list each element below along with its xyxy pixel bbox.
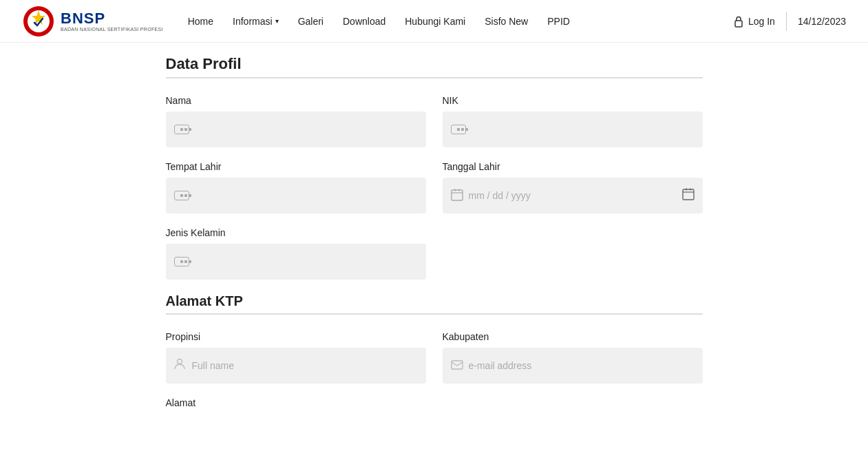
login-button[interactable]: Log In <box>733 15 775 28</box>
nav-right: Log In 14/12/2023 <box>733 12 846 31</box>
chevron-down-icon: ▾ <box>275 17 279 25</box>
svg-point-10 <box>177 359 182 364</box>
propinsi-input[interactable] <box>166 348 426 384</box>
keyboard-icon-nik <box>451 125 466 134</box>
nav-download[interactable]: Download <box>343 16 385 27</box>
nav-ppid[interactable]: PPID <box>547 16 570 27</box>
form-group-nik: NIK <box>443 95 703 147</box>
nama-input[interactable] <box>166 112 426 147</box>
nav-galeri[interactable]: Galeri <box>298 16 324 27</box>
email-icon <box>451 360 463 372</box>
form-row-propinsi-kabupaten: Propinsi Kabupaten <box>166 331 703 384</box>
keyboard-icon-jenis <box>174 257 189 266</box>
tempat-lahir-input-wrapper <box>166 178 426 213</box>
logo-icon <box>22 5 55 38</box>
tanggal-lahir-input[interactable] <box>443 178 703 213</box>
nav-logo[interactable]: BNSP BADAN NASIONAL SERTIFIKASI PROFESI <box>22 5 163 38</box>
form-group-alamat: Alamat <box>166 397 703 414</box>
svg-rect-3 <box>735 21 742 27</box>
keyboard-icon-nama <box>174 125 189 134</box>
jenis-kelamin-input[interactable] <box>166 244 426 280</box>
nav-divider <box>786 12 787 31</box>
keyboard-icon-tempat <box>174 191 189 200</box>
navbar: BNSP BADAN NASIONAL SERTIFIKASI PROFESI … <box>0 0 868 43</box>
nav-home[interactable]: Home <box>188 16 213 27</box>
tempat-lahir-label: Tempat Lahir <box>166 161 426 172</box>
tempat-lahir-input[interactable] <box>166 178 426 213</box>
nav-hubungi[interactable]: Hubungi Kami <box>405 16 465 27</box>
nik-label: NIK <box>443 95 703 106</box>
form-group-jenis-kelamin: Jenis Kelamin <box>166 227 426 280</box>
svg-rect-6 <box>458 189 460 191</box>
nav-links: Home Informasi ▾ Galeri Download Hubungi… <box>188 16 733 27</box>
propinsi-label: Propinsi <box>166 331 426 342</box>
nav-date: 14/12/2023 <box>798 16 846 27</box>
section-title-alamat-ktp: Alamat KTP <box>166 293 703 309</box>
form-group-tanggal-lahir: Tanggal Lahir <box>443 161 703 213</box>
form-group-kabupaten: Kabupaten <box>443 331 703 384</box>
section-divider-profil <box>166 77 703 78</box>
nik-input[interactable] <box>443 112 703 147</box>
form-group-nama: Nama <box>166 95 426 147</box>
kabupaten-input[interactable] <box>443 348 703 384</box>
kabupaten-label: Kabupaten <box>443 331 703 342</box>
page-wrapper: Data Profil Nama NIK Tempat L <box>0 43 868 451</box>
tanggal-lahir-label: Tanggal Lahir <box>443 161 703 172</box>
person-icon <box>174 358 185 373</box>
nama-input-wrapper <box>166 112 426 147</box>
nik-input-wrapper <box>443 112 703 147</box>
section-title-data-profil: Data Profil <box>166 55 703 73</box>
tanggal-lahir-input-wrapper <box>443 178 703 213</box>
svg-rect-4 <box>452 190 463 200</box>
nav-sisfo[interactable]: Sisfo New <box>485 16 528 27</box>
section-divider-alamat <box>166 313 703 315</box>
nav-informasi[interactable]: Informasi ▾ <box>233 16 279 27</box>
form-row-nama-nik: Nama NIK <box>166 95 703 147</box>
content-area: Data Profil Nama NIK Tempat L <box>152 48 717 451</box>
jenis-kelamin-input-wrapper <box>166 244 426 280</box>
form-row-alamat: Alamat <box>166 397 703 414</box>
lock-icon <box>733 15 744 28</box>
propinsi-input-wrapper <box>166 348 426 384</box>
kabupaten-input-wrapper <box>443 348 703 384</box>
alamat-label: Alamat <box>166 397 703 408</box>
form-group-tempat-lahir: Tempat Lahir <box>166 161 426 213</box>
calendar-text-icon <box>451 189 463 203</box>
svg-rect-11 <box>452 361 463 369</box>
svg-rect-5 <box>454 189 456 191</box>
form-row-jenis-kelamin: Jenis Kelamin <box>166 227 703 280</box>
form-group-propinsi: Propinsi <box>166 331 426 384</box>
form-row-tempat-tanggal: Tempat Lahir Tanggal Lahir <box>166 161 703 213</box>
nama-label: Nama <box>166 95 426 106</box>
jenis-kelamin-label: Jenis Kelamin <box>166 227 426 238</box>
